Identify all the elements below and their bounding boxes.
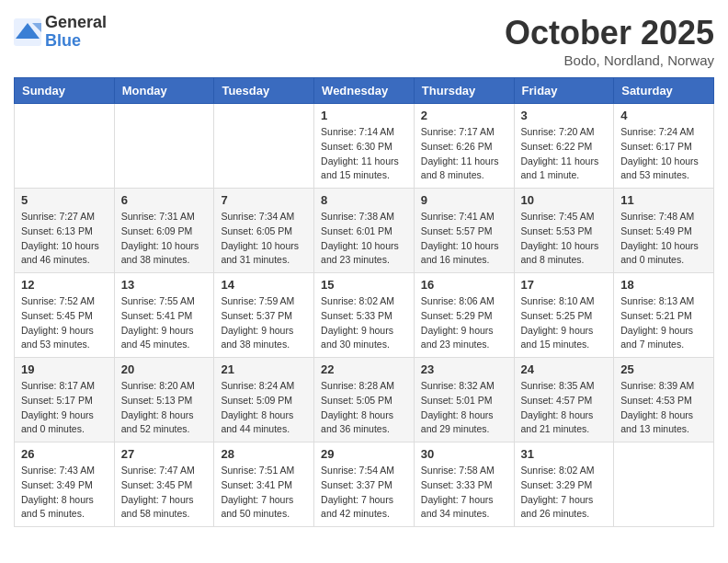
day-number: 17 <box>521 278 608 292</box>
calendar-cell: 15Sunrise: 8:02 AM Sunset: 5:33 PM Dayli… <box>314 273 415 358</box>
day-info: Sunrise: 7:52 AM Sunset: 5:45 PM Dayligh… <box>21 294 108 352</box>
calendar-cell: 22Sunrise: 8:28 AM Sunset: 5:05 PM Dayli… <box>314 358 415 442</box>
day-number: 30 <box>421 447 507 461</box>
day-number: 19 <box>21 362 108 376</box>
day-number: 21 <box>221 362 307 376</box>
calendar-cell: 1Sunrise: 7:14 AM Sunset: 6:30 PM Daylig… <box>314 104 415 189</box>
day-info: Sunrise: 7:24 AM Sunset: 6:17 PM Dayligh… <box>620 125 707 183</box>
logo-icon <box>14 18 41 46</box>
calendar-cell <box>15 104 115 189</box>
day-info: Sunrise: 7:17 AM Sunset: 6:26 PM Dayligh… <box>421 125 507 183</box>
calendar-cell: 16Sunrise: 8:06 AM Sunset: 5:29 PM Dayli… <box>414 273 514 358</box>
calendar-cell: 8Sunrise: 7:38 AM Sunset: 6:01 PM Daylig… <box>314 189 415 273</box>
title-block: October 2025 Bodo, Nordland, Norway <box>505 14 714 68</box>
day-info: Sunrise: 8:35 AM Sunset: 4:57 PM Dayligh… <box>521 379 608 437</box>
calendar-cell: 14Sunrise: 7:59 AM Sunset: 5:37 PM Dayli… <box>214 273 314 358</box>
day-info: Sunrise: 7:58 AM Sunset: 3:33 PM Dayligh… <box>421 464 507 522</box>
calendar-cell: 25Sunrise: 8:39 AM Sunset: 4:53 PM Dayli… <box>614 358 714 442</box>
day-info: Sunrise: 8:06 AM Sunset: 5:29 PM Dayligh… <box>421 294 507 352</box>
day-number: 24 <box>521 362 608 376</box>
day-info: Sunrise: 8:24 AM Sunset: 5:09 PM Dayligh… <box>221 379 307 437</box>
calendar-cell: 23Sunrise: 8:32 AM Sunset: 5:01 PM Dayli… <box>414 358 514 442</box>
calendar-cell: 11Sunrise: 7:48 AM Sunset: 5:49 PM Dayli… <box>614 189 714 273</box>
calendar-cell: 31Sunrise: 8:02 AM Sunset: 3:29 PM Dayli… <box>514 442 614 527</box>
weekday-header-tuesday: Tuesday <box>214 78 314 104</box>
calendar-cell: 17Sunrise: 8:10 AM Sunset: 5:25 PM Dayli… <box>514 273 614 358</box>
week-row-3: 12Sunrise: 7:52 AM Sunset: 5:45 PM Dayli… <box>15 273 714 358</box>
calendar-cell: 19Sunrise: 8:17 AM Sunset: 5:17 PM Dayli… <box>15 358 115 442</box>
day-info: Sunrise: 7:34 AM Sunset: 6:05 PM Dayligh… <box>221 210 307 268</box>
day-info: Sunrise: 8:20 AM Sunset: 5:13 PM Dayligh… <box>121 379 208 437</box>
weekday-header-row: SundayMondayTuesdayWednesdayThursdayFrid… <box>15 78 714 104</box>
day-info: Sunrise: 7:27 AM Sunset: 6:13 PM Dayligh… <box>21 210 108 268</box>
week-row-1: 1Sunrise: 7:14 AM Sunset: 6:30 PM Daylig… <box>15 104 714 189</box>
page-header: General Blue October 2025 Bodo, Nordland… <box>14 14 714 68</box>
calendar-cell: 29Sunrise: 7:54 AM Sunset: 3:37 PM Dayli… <box>314 442 415 527</box>
calendar-cell: 2Sunrise: 7:17 AM Sunset: 6:26 PM Daylig… <box>414 104 514 189</box>
calendar-cell <box>214 104 314 189</box>
day-number: 4 <box>620 109 707 122</box>
calendar-cell <box>614 442 714 527</box>
day-info: Sunrise: 7:51 AM Sunset: 3:41 PM Dayligh… <box>221 464 307 522</box>
calendar-cell: 3Sunrise: 7:20 AM Sunset: 6:22 PM Daylig… <box>514 104 614 189</box>
day-info: Sunrise: 7:59 AM Sunset: 5:37 PM Dayligh… <box>221 294 307 352</box>
calendar-cell: 21Sunrise: 8:24 AM Sunset: 5:09 PM Dayli… <box>214 358 314 442</box>
day-number: 26 <box>21 447 108 461</box>
day-number: 27 <box>121 447 208 461</box>
calendar-cell: 5Sunrise: 7:27 AM Sunset: 6:13 PM Daylig… <box>15 189 115 273</box>
day-number: 6 <box>121 193 208 207</box>
calendar-cell: 20Sunrise: 8:20 AM Sunset: 5:13 PM Dayli… <box>114 358 214 442</box>
calendar-cell: 26Sunrise: 7:43 AM Sunset: 3:49 PM Dayli… <box>15 442 115 527</box>
day-info: Sunrise: 7:31 AM Sunset: 6:09 PM Dayligh… <box>121 210 208 268</box>
day-number: 15 <box>321 278 407 292</box>
day-number: 11 <box>620 193 707 207</box>
day-number: 1 <box>321 109 407 122</box>
day-info: Sunrise: 8:10 AM Sunset: 5:25 PM Dayligh… <box>521 294 608 352</box>
day-number: 3 <box>521 109 608 122</box>
weekday-header-sunday: Sunday <box>15 78 115 104</box>
calendar-cell: 13Sunrise: 7:55 AM Sunset: 5:41 PM Dayli… <box>114 273 214 358</box>
calendar-cell: 27Sunrise: 7:47 AM Sunset: 3:45 PM Dayli… <box>114 442 214 527</box>
calendar-cell: 10Sunrise: 7:45 AM Sunset: 5:53 PM Dayli… <box>514 189 614 273</box>
day-number: 18 <box>620 278 707 292</box>
day-number: 28 <box>221 447 307 461</box>
day-number: 23 <box>421 362 507 376</box>
day-number: 31 <box>521 447 608 461</box>
day-number: 22 <box>321 362 407 376</box>
day-number: 10 <box>521 193 608 207</box>
day-info: Sunrise: 7:41 AM Sunset: 5:57 PM Dayligh… <box>421 210 507 268</box>
day-info: Sunrise: 8:02 AM Sunset: 3:29 PM Dayligh… <box>521 464 608 522</box>
location-text: Bodo, Nordland, Norway <box>505 52 714 68</box>
day-info: Sunrise: 7:14 AM Sunset: 6:30 PM Dayligh… <box>321 125 407 183</box>
calendar-cell <box>114 104 214 189</box>
logo-blue-text: Blue <box>45 32 107 51</box>
day-info: Sunrise: 7:43 AM Sunset: 3:49 PM Dayligh… <box>21 464 108 522</box>
day-info: Sunrise: 8:02 AM Sunset: 5:33 PM Dayligh… <box>321 294 407 352</box>
day-info: Sunrise: 8:39 AM Sunset: 4:53 PM Dayligh… <box>620 379 707 437</box>
day-number: 14 <box>221 278 307 292</box>
day-number: 16 <box>421 278 507 292</box>
calendar-cell: 18Sunrise: 8:13 AM Sunset: 5:21 PM Dayli… <box>614 273 714 358</box>
calendar-cell: 28Sunrise: 7:51 AM Sunset: 3:41 PM Dayli… <box>214 442 314 527</box>
week-row-2: 5Sunrise: 7:27 AM Sunset: 6:13 PM Daylig… <box>15 189 714 273</box>
weekday-header-monday: Monday <box>114 78 214 104</box>
day-info: Sunrise: 8:13 AM Sunset: 5:21 PM Dayligh… <box>620 294 707 352</box>
weekday-header-wednesday: Wednesday <box>314 78 415 104</box>
day-info: Sunrise: 7:47 AM Sunset: 3:45 PM Dayligh… <box>121 464 208 522</box>
calendar-cell: 24Sunrise: 8:35 AM Sunset: 4:57 PM Dayli… <box>514 358 614 442</box>
day-number: 7 <box>221 193 307 207</box>
day-number: 5 <box>21 193 108 207</box>
calendar-cell: 4Sunrise: 7:24 AM Sunset: 6:17 PM Daylig… <box>614 104 714 189</box>
day-number: 13 <box>121 278 208 292</box>
month-title: October 2025 <box>505 14 714 52</box>
logo: General Blue <box>14 14 107 51</box>
logo-general-text: General <box>45 14 107 32</box>
weekday-header-saturday: Saturday <box>614 78 714 104</box>
day-number: 29 <box>321 447 407 461</box>
weekday-header-thursday: Thursday <box>414 78 514 104</box>
day-info: Sunrise: 8:32 AM Sunset: 5:01 PM Dayligh… <box>421 379 507 437</box>
day-info: Sunrise: 7:38 AM Sunset: 6:01 PM Dayligh… <box>321 210 407 268</box>
day-info: Sunrise: 7:48 AM Sunset: 5:49 PM Dayligh… <box>620 210 707 268</box>
day-info: Sunrise: 7:54 AM Sunset: 3:37 PM Dayligh… <box>321 464 407 522</box>
weekday-header-friday: Friday <box>514 78 614 104</box>
